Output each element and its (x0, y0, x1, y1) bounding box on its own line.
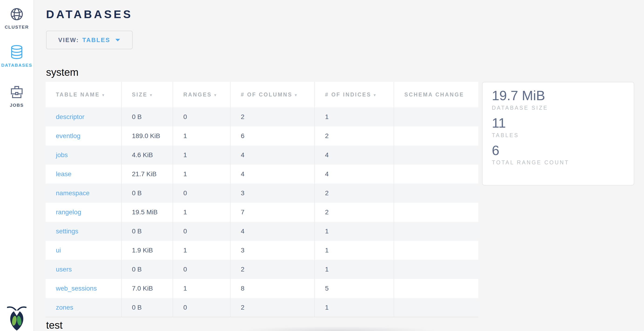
table-name-link[interactable]: namespace (56, 189, 90, 197)
globe-icon (0, 7, 34, 22)
cell-indices: 1 (314, 222, 394, 241)
cell-ranges: 1 (173, 203, 230, 222)
cell-indices: 2 (314, 126, 394, 145)
cell-indices: 1 (314, 298, 394, 317)
table-row: users0 B021 (46, 260, 478, 279)
sidebar-item-jobs[interactable]: JOBS (0, 85, 34, 108)
table-row: ui1.9 KiB131 (46, 241, 478, 260)
column-header-table-name[interactable]: TABLE NAME▾ (46, 82, 122, 107)
table-row: jobs4.6 KiB144 (46, 145, 478, 165)
view-selector-label: VIEW: (58, 36, 79, 44)
database-icon (0, 45, 34, 60)
cell-table-name: rangelog (46, 203, 122, 222)
cell-size: 7.0 KiB (122, 279, 173, 298)
column-header--of-columns[interactable]: # OF COLUMNS▾ (230, 82, 314, 107)
table-name-link[interactable]: settings (56, 228, 78, 235)
cell-ranges: 0 (173, 107, 230, 126)
sort-caret-icon: ▾ (214, 93, 216, 97)
cell-table-name: web_sessions (46, 279, 122, 298)
bottom-window-shadow (205, 325, 470, 331)
view-selector-dropdown[interactable]: VIEW: TABLES (46, 31, 132, 49)
chevron-down-icon (115, 38, 120, 42)
cell-size: 0 B (122, 298, 173, 317)
cell-size: 1.9 KiB (122, 241, 173, 260)
cell-schema-change (394, 126, 478, 145)
sidebar-item-label: CLUSTER (0, 25, 34, 30)
sort-caret-icon: ▾ (102, 93, 104, 97)
cell-columns: 2 (230, 260, 314, 279)
table-name-link[interactable]: rangelog (56, 209, 81, 216)
table-row: rangelog19.5 MiB172 (46, 203, 478, 222)
summary-stat-label: DATABASE SIZE (492, 105, 624, 111)
sidebar-item-label: JOBS (0, 103, 34, 108)
cockroachdb-logo[interactable] (6, 306, 27, 331)
cell-size: 0 B (122, 107, 173, 126)
cell-schema-change (394, 203, 478, 222)
sidebar-item-cluster[interactable]: CLUSTER (0, 7, 34, 30)
cell-ranges: 1 (173, 279, 230, 298)
cell-schema-change (394, 184, 478, 203)
column-header-label: # OF COLUMNS (241, 92, 292, 98)
cell-ranges: 0 (173, 260, 230, 279)
sort-caret-icon: ▾ (374, 93, 376, 97)
cell-schema-change (394, 145, 478, 165)
column-header-label: RANGES (183, 92, 212, 98)
sidebar-item-databases[interactable]: DATABASES (0, 45, 34, 68)
cell-table-name: settings (46, 222, 122, 241)
cell-ranges: 1 (173, 145, 230, 165)
summary-stat: 19.7 MiBDATABASE SIZE (492, 87, 624, 111)
cell-size: 189.0 KiB (122, 126, 173, 145)
table-name-link[interactable]: users (56, 266, 72, 273)
cell-size: 0 B (122, 260, 173, 279)
summary-stat-label: TABLES (492, 132, 624, 139)
cell-size: 19.5 MiB (122, 203, 173, 222)
column-header-label: # OF INDICES (325, 92, 371, 98)
cell-schema-change (394, 222, 478, 241)
cell-table-name: lease (46, 165, 122, 184)
cell-schema-change (394, 279, 478, 298)
cell-table-name: ui (46, 241, 122, 260)
cell-columns: 3 (230, 241, 314, 260)
table-row: descriptor0 B021 (46, 107, 478, 126)
sort-caret-icon: ▾ (295, 93, 297, 97)
table-name-link[interactable]: ui (56, 247, 61, 254)
cell-columns: 2 (230, 298, 314, 317)
cell-size: 4.6 KiB (122, 145, 173, 165)
table-name-link[interactable]: jobs (56, 151, 68, 159)
column-header--of-indices[interactable]: # OF INDICES▾ (314, 82, 394, 107)
table-row: settings0 B041 (46, 222, 478, 241)
table-name-link[interactable]: web_sessions (56, 285, 97, 292)
cell-table-name: descriptor (46, 107, 122, 126)
cell-ranges: 1 (173, 126, 230, 145)
column-header-label: SCHEMA CHANGE (404, 92, 464, 98)
cell-size: 0 B (122, 184, 173, 203)
table-name-link[interactable]: lease (56, 170, 72, 178)
cell-schema-change (394, 165, 478, 184)
column-header-ranges[interactable]: RANGES▾ (173, 82, 230, 107)
summary-stat-value: 11 (492, 115, 624, 131)
database-section-heading-test: test (46, 319, 62, 331)
column-header-size[interactable]: SIZE▾ (122, 82, 173, 107)
cell-columns: 4 (230, 222, 314, 241)
column-header-label: TABLE NAME (56, 92, 100, 98)
sidebar: CLUSTER DATABASES JOBS (0, 0, 34, 331)
summary-stat: 6TOTAL RANGE COUNT (492, 142, 624, 166)
table-row: lease21.7 KiB144 (46, 165, 478, 184)
cell-indices: 4 (314, 145, 394, 165)
table-row: namespace0 B032 (46, 184, 478, 203)
cell-table-name: eventlog (46, 126, 122, 145)
table-row: web_sessions7.0 KiB185 (46, 279, 478, 298)
table-name-link[interactable]: eventlog (56, 132, 80, 139)
table-name-link[interactable]: descriptor (56, 113, 84, 120)
cell-schema-change (394, 298, 478, 317)
cell-indices: 2 (314, 203, 394, 222)
cell-table-name: namespace (46, 184, 122, 203)
summary-stat-value: 19.7 MiB (492, 87, 624, 104)
summary-stat: 11TABLES (492, 115, 624, 139)
cell-columns: 6 (230, 126, 314, 145)
table-name-link[interactable]: zones (56, 304, 73, 311)
cell-schema-change (394, 260, 478, 279)
table-row: zones0 B021 (46, 298, 478, 317)
column-header-schema-change: SCHEMA CHANGE (394, 82, 478, 107)
cell-indices: 4 (314, 165, 394, 184)
